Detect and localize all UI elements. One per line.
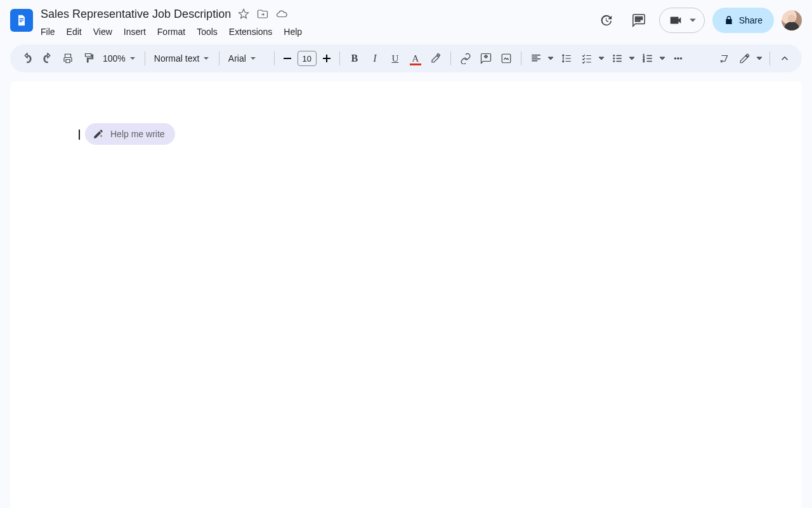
editing-mode-button bbox=[735, 49, 754, 68]
more-options-button[interactable] bbox=[669, 49, 688, 68]
title-row: Sales Representative Job Description bbox=[41, 5, 586, 23]
header: Sales Representative Job Description Fil… bbox=[0, 0, 812, 39]
share-label: Share bbox=[739, 15, 763, 25]
svg-point-13 bbox=[680, 58, 682, 60]
numbered-list-button: 123 bbox=[638, 49, 657, 68]
svg-rect-3 bbox=[284, 58, 291, 59]
highlight-color-button[interactable] bbox=[426, 49, 445, 68]
paragraph-style-dropdown[interactable]: Normal text bbox=[150, 49, 214, 68]
lock-icon bbox=[724, 15, 734, 25]
help-me-write-button[interactable]: Help me write bbox=[85, 123, 175, 145]
svg-rect-1 bbox=[20, 20, 24, 20]
chevron-down-icon bbox=[203, 55, 209, 62]
menu-insert[interactable]: Insert bbox=[119, 24, 151, 39]
avatar[interactable] bbox=[782, 10, 802, 30]
decrease-font-button[interactable] bbox=[280, 51, 295, 66]
minus-icon bbox=[280, 51, 295, 66]
menu-tools[interactable]: Tools bbox=[192, 24, 223, 39]
checklist-button bbox=[577, 49, 596, 68]
align-dropdown[interactable] bbox=[527, 49, 556, 68]
magic-pencil-icon bbox=[93, 128, 104, 140]
toolbar-separator bbox=[219, 51, 219, 65]
editing-mode-caret bbox=[754, 49, 764, 68]
image-icon bbox=[501, 53, 512, 64]
document-icon bbox=[15, 12, 28, 29]
chevron-down-icon bbox=[129, 55, 136, 62]
cloud-saved-icon[interactable] bbox=[275, 8, 288, 20]
svg-rect-2 bbox=[20, 22, 22, 22]
video-icon bbox=[669, 13, 683, 27]
collapse-toolbar-button[interactable] bbox=[775, 49, 794, 68]
pencil-icon bbox=[739, 53, 750, 64]
svg-point-6 bbox=[613, 58, 614, 59]
more-horizontal-icon bbox=[672, 53, 684, 64]
insert-image-button[interactable] bbox=[497, 49, 516, 68]
checklist-caret bbox=[596, 49, 606, 68]
svg-text:3: 3 bbox=[643, 60, 645, 63]
svg-point-5 bbox=[613, 55, 614, 56]
highlighter-icon bbox=[430, 53, 442, 64]
toolbar-separator bbox=[769, 51, 770, 65]
font-family-value: Arial bbox=[228, 53, 246, 64]
menu-file[interactable]: File bbox=[41, 24, 60, 39]
underline-button[interactable]: U bbox=[386, 49, 405, 68]
zoom-value: 100% bbox=[103, 53, 126, 64]
toolbar-separator bbox=[274, 51, 275, 65]
chevron-up-icon bbox=[779, 53, 790, 64]
history-icon[interactable] bbox=[593, 8, 619, 33]
toolbar-separator bbox=[450, 51, 451, 65]
menu-help[interactable]: Help bbox=[278, 24, 307, 39]
editing-mode-dropdown[interactable] bbox=[735, 49, 764, 68]
bold-button[interactable]: B bbox=[345, 49, 364, 68]
bulleted-list-dropdown[interactable] bbox=[608, 49, 637, 68]
italic-button[interactable]: I bbox=[365, 49, 384, 68]
bulleted-list-button bbox=[608, 49, 627, 68]
comment-icon[interactable] bbox=[626, 8, 652, 33]
align-caret bbox=[546, 49, 556, 68]
textcolor-glyph: A bbox=[412, 53, 419, 64]
toolbar-wrap: 100% Normal text Arial B I U bbox=[0, 39, 812, 72]
align-button bbox=[527, 49, 546, 68]
undo-button[interactable] bbox=[18, 49, 37, 68]
menu-edit[interactable]: Edit bbox=[62, 24, 87, 39]
checklist-dropdown[interactable] bbox=[577, 49, 606, 68]
checklist-icon bbox=[581, 53, 593, 64]
chevron-down-icon bbox=[689, 17, 697, 24]
star-icon[interactable] bbox=[237, 8, 250, 20]
menu-format[interactable]: Format bbox=[152, 24, 190, 39]
menu-view[interactable]: View bbox=[88, 24, 117, 39]
font-size-input[interactable] bbox=[298, 51, 317, 66]
document-surface[interactable]: Help me write bbox=[0, 81, 812, 508]
toolbar-separator bbox=[145, 51, 145, 65]
share-button[interactable]: Share bbox=[712, 8, 774, 33]
toolbar-separator bbox=[339, 51, 340, 65]
move-icon[interactable] bbox=[256, 8, 269, 20]
add-comment-button[interactable] bbox=[476, 49, 495, 68]
zoom-dropdown[interactable]: 100% bbox=[99, 49, 140, 68]
redo-button[interactable] bbox=[38, 49, 57, 68]
numbered-list-icon: 123 bbox=[642, 53, 653, 64]
toolbar-separator bbox=[521, 51, 521, 65]
chevron-down-icon bbox=[250, 55, 256, 62]
bulleted-list-caret bbox=[627, 49, 637, 68]
insert-link-button[interactable] bbox=[456, 49, 475, 68]
align-left-icon bbox=[530, 53, 542, 64]
paint-format-button[interactable] bbox=[79, 49, 98, 68]
clear-format-icon bbox=[719, 53, 730, 64]
clear-formatting-button[interactable] bbox=[715, 49, 734, 68]
plus-icon bbox=[319, 51, 334, 66]
font-family-dropdown[interactable]: Arial bbox=[225, 49, 269, 68]
print-button[interactable] bbox=[58, 49, 77, 68]
numbered-list-dropdown[interactable]: 123 bbox=[638, 49, 667, 68]
title-block: Sales Representative Job Description Fil… bbox=[41, 5, 586, 39]
text-color-button[interactable]: A bbox=[406, 49, 425, 68]
docs-logo[interactable] bbox=[10, 9, 33, 32]
menu-extensions[interactable]: Extensions bbox=[224, 24, 277, 39]
document-page[interactable]: Help me write bbox=[10, 81, 802, 508]
header-actions: Share bbox=[593, 8, 802, 33]
meet-button[interactable] bbox=[659, 8, 705, 33]
svg-point-7 bbox=[613, 60, 614, 62]
document-title[interactable]: Sales Representative Job Description bbox=[41, 8, 231, 21]
increase-font-button[interactable] bbox=[319, 51, 334, 66]
line-spacing-button[interactable] bbox=[557, 49, 576, 68]
